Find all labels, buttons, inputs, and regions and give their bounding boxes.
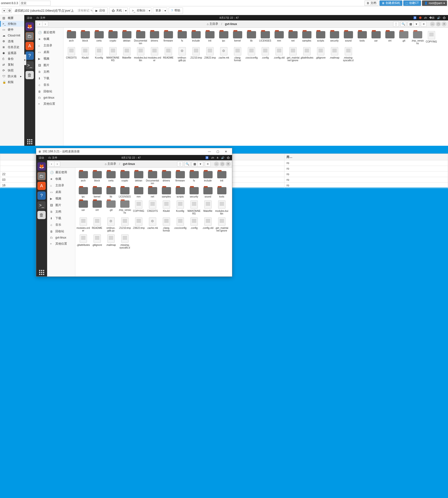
file-item[interactable]: crypto <box>106 31 120 45</box>
record-indicator-icon[interactable] <box>419 16 421 19</box>
accessibility-icon[interactable]: ♿ <box>413 16 417 19</box>
file-item[interactable]: tools <box>355 31 369 45</box>
view-grid-button[interactable]: ▦ <box>408 21 414 27</box>
file-item[interactable]: include <box>189 31 203 45</box>
file-item[interactable]: modules.builtin <box>134 47 147 62</box>
more-button[interactable]: 更多▾ <box>153 8 167 14</box>
place-主目录[interactable]: ⌂主目录 <box>35 42 63 49</box>
file-item[interactable]: lib <box>244 31 258 45</box>
window-maximize-button[interactable]: ▢ <box>436 22 441 27</box>
file-item[interactable]: .mailmap <box>327 47 341 62</box>
file-item[interactable]: .gitignore <box>314 47 327 62</box>
file-item[interactable]: certs <box>92 31 106 45</box>
start-button[interactable]: ▶启动 <box>93 8 108 14</box>
file-item[interactable]: .get_maintainer.ignore <box>286 47 300 62</box>
file-item[interactable]: .tmp_versions <box>411 31 424 45</box>
console-button[interactable]: >_控制台▾ <box>129 8 151 14</box>
dock-terminal-icon[interactable]: >_ <box>26 61 34 69</box>
search-button[interactable]: 🔍 <box>400 21 406 27</box>
file-item[interactable]: scripts <box>314 31 327 45</box>
file-item[interactable]: .gitattributes <box>300 47 314 62</box>
chevron-down-icon[interactable]: ▾ <box>147 9 150 12</box>
file-item[interactable]: virt <box>383 31 397 45</box>
file-item[interactable]: kernel <box>231 31 244 45</box>
file-item[interactable]: init <box>203 31 217 45</box>
file-item[interactable]: sound <box>341 31 355 45</box>
sidenav-item-任务历史[interactable]: ≣任务历史 <box>0 44 24 50</box>
sidenav-item-概要[interactable]: ▤概要 <box>0 15 24 21</box>
place-回收站[interactable]: 🗑回收站 <box>35 88 63 95</box>
file-item[interactable]: security <box>327 31 341 45</box>
file-item[interactable]: CREDITS <box>64 47 78 62</box>
file-item[interactable]: Makefile <box>120 47 134 62</box>
sidenav-item-复制[interactable]: ⇄复制 <box>0 62 24 67</box>
chevron-down-icon[interactable]: ▾ <box>123 9 127 12</box>
create-vm-button[interactable]: 🖥创建虚拟机 <box>380 0 402 6</box>
file-item[interactable]: samples <box>300 31 314 45</box>
file-item[interactable]: Kconfig <box>92 47 106 62</box>
breadcrumb-home[interactable]: ⌂主目录 <box>205 21 220 27</box>
file-item[interactable]: arch <box>64 31 78 45</box>
file-item[interactable]: mm <box>272 31 286 45</box>
app-menu[interactable]: 🗀文件 <box>34 16 47 20</box>
dock-trash-icon[interactable]: 🗑 <box>26 71 34 79</box>
file-item[interactable]: .git <box>397 31 411 45</box>
nautilus-filegrid[interactable]: archblockcertscryptodebianDocumentationd… <box>64 28 448 146</box>
tree-view-toggle[interactable]: ▾ <box>2 9 6 13</box>
file-item[interactable]: drivers <box>147 31 161 45</box>
window-minimize-button[interactable]: — <box>430 22 435 27</box>
file-item[interactable]: usr <box>369 31 383 45</box>
file-item[interactable]: Documentation <box>134 31 147 45</box>
place-gvt-linux[interactable]: 🗀gvt-linux <box>35 95 63 101</box>
volume-icon[interactable]: 🔊 <box>437 16 440 19</box>
sidenav-item-权限[interactable]: 🔒权限 <box>0 79 24 85</box>
dock-show-apps[interactable] <box>26 138 34 146</box>
dock-files-icon[interactable]: 🗀 <box>26 32 34 40</box>
file-item[interactable]: .23622.tmp <box>203 47 217 62</box>
sidenav-item-快照[interactable]: ⟳快照 <box>0 67 24 73</box>
shutdown-button[interactable]: ⏻关机▾ <box>109 8 128 14</box>
sidenav-item-选项[interactable]: ⚙选项 <box>0 38 24 44</box>
file-item[interactable]: .config.old <box>272 47 286 62</box>
file-item[interactable]: ipc <box>217 31 231 45</box>
sidenav-item-控制台[interactable]: >_控制台 <box>0 21 24 27</box>
user-menu[interactable]: 👤root@pam▾ <box>422 0 447 6</box>
place-视频[interactable]: ▶视频 <box>35 55 63 62</box>
settings-toggle[interactable]: ⚙ <box>7 9 12 13</box>
file-item[interactable]: .config <box>258 47 272 62</box>
sidebar-expand-handle[interactable]: ▸ <box>24 54 26 65</box>
ubuntu-desktop-vnc[interactable]: 活动 🗀文件 8月17日 22：47 ♿ zh �路 🔊 ⏻ 🦊 🗀 A <box>24 15 448 146</box>
file-item[interactable]: .clang-format <box>231 47 244 62</box>
create-ct-button[interactable]: ⬚创建CT <box>403 0 421 6</box>
place-桌面[interactable]: ▭桌面 <box>35 49 63 55</box>
file-item[interactable]: .21210.tmp <box>189 47 203 62</box>
sidenav-item-Cloud-Init[interactable]: ☁Cloud-Init <box>0 32 24 38</box>
place-最近使用[interactable]: 🕑最近使用 <box>35 29 63 36</box>
input-lang[interactable]: zh <box>424 16 427 19</box>
file-item[interactable]: MAINTAINERS <box>106 47 120 62</box>
file-item[interactable]: block <box>78 31 92 45</box>
docs-button[interactable]: 🗎文档 <box>364 0 379 6</box>
file-item[interactable]: .missing-syscalls.d <box>341 47 355 62</box>
sidenav-item-监视器[interactable]: ◉监视器 <box>0 50 24 56</box>
search-input[interactable] <box>19 1 50 6</box>
clock[interactable]: 8月17日 22：47 <box>47 16 411 20</box>
place-音乐[interactable]: ♫音乐 <box>35 82 63 88</box>
sidenav-item-硬件[interactable]: ▭硬件 <box>0 27 24 32</box>
dock-firefox-icon[interactable]: 🦊 <box>26 22 34 31</box>
activities-button[interactable]: 活动 <box>24 16 34 20</box>
file-item[interactable]: net <box>286 31 300 45</box>
file-item[interactable]: modules.order <box>147 47 161 62</box>
file-item[interactable]: COPYING <box>424 31 438 45</box>
hamburger-menu-button[interactable]: ≡ <box>421 21 427 27</box>
nav-forward-button[interactable]: › <box>43 21 48 27</box>
help-button[interactable]: ?帮助 <box>169 8 183 14</box>
window-close-button[interactable]: ✕ <box>442 22 447 27</box>
breadcrumb-current[interactable]: gvt-linux <box>224 22 239 26</box>
file-item[interactable]: firmware <box>161 31 175 45</box>
file-item[interactable]: fs <box>175 31 189 45</box>
file-item[interactable]: .cache.mk <box>217 47 231 62</box>
place-文档[interactable]: 🗎文档 <box>35 68 63 75</box>
chevron-down-icon[interactable]: ▾ <box>163 9 166 12</box>
sidenav-item-备份[interactable]: ⎙备份 <box>0 56 24 62</box>
